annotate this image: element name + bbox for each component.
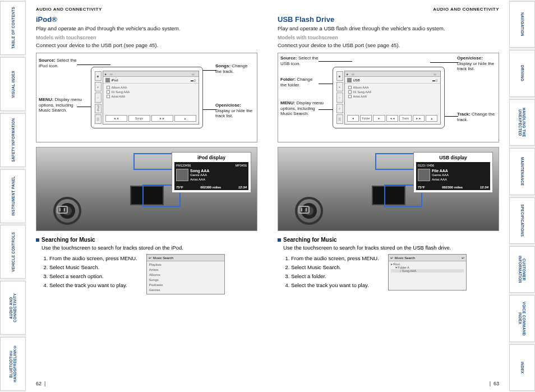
album-art-icon bbox=[176, 169, 188, 181]
searching-body: Use the touchscreen to search for tracks… bbox=[36, 245, 257, 251]
section-title-usb: USB Flash Drive bbox=[278, 15, 499, 24]
intro-text: Play and operate an iPod through the veh… bbox=[36, 25, 257, 31]
track-button[interactable]: Track bbox=[399, 115, 411, 122]
subhead-models: Models with touchscreen bbox=[278, 35, 499, 40]
step: Select the track you want to play. bbox=[49, 281, 137, 290]
openclose-button[interactable]: ▲ bbox=[174, 115, 196, 122]
callout-openclose: Open/close: Display or hide the track li… bbox=[457, 56, 496, 72]
side-btn[interactable]: + bbox=[95, 82, 102, 91]
callout-songs: Songs: Change the track. bbox=[215, 63, 255, 74]
callout-diagram-usb: Source: Select the USB icon. Folder: Cha… bbox=[278, 53, 499, 142]
music-search-screenshot: ↩Music Search Playlists Artists Albums S… bbox=[146, 254, 225, 294]
usb-icon bbox=[347, 78, 352, 82]
touchscreen-mock: ■ + − iPod ☰ ■▭▭ iPod▬ ▯ Album AAA 01 So… bbox=[91, 67, 203, 128]
honda-logo-icon bbox=[57, 206, 68, 214]
tab-specifications[interactable]: SPECIFICATIONS bbox=[509, 197, 535, 244]
side-btn[interactable]: + bbox=[336, 82, 343, 91]
source-label: iPod bbox=[112, 79, 118, 82]
page-spread: AUDIO AND CONNECTIVITY iPod® Play and op… bbox=[26, 0, 509, 392]
tab-handling[interactable]: HANDLING THE UNEXPECTED bbox=[509, 99, 535, 146]
tab-navigation[interactable]: NAVIGATION bbox=[509, 1, 535, 48]
folder-next-button[interactable]: ► bbox=[373, 115, 385, 122]
tab-toc[interactable]: TABLE OF CONTENTS bbox=[0, 1, 26, 55]
songs-button[interactable]: Songs bbox=[128, 115, 150, 122]
tab-bluetooth[interactable]: BLUETOOTH® HANDSFREELINK® bbox=[0, 337, 26, 391]
closeup-title: iPod display bbox=[174, 155, 248, 160]
now-playing-title: Song AAA bbox=[190, 168, 209, 173]
tab-safety[interactable]: SAFETY INFORMATION bbox=[0, 113, 26, 167]
side-btn[interactable]: − bbox=[95, 93, 102, 102]
screen-sidebar: ■ + − ♪ ☰ bbox=[336, 71, 343, 124]
closeup-title: USB display bbox=[416, 155, 490, 160]
step: From the audio screen, press MENU. bbox=[291, 254, 379, 263]
subsection-searching: Searching for Music bbox=[278, 237, 499, 243]
callout-source: Source: Select the USB icon. bbox=[280, 56, 320, 66]
openclose-button[interactable]: ▲ bbox=[426, 115, 437, 122]
tab-driving[interactable]: DRIVING bbox=[509, 50, 535, 96]
step: Select the track you want to play. bbox=[291, 281, 379, 290]
callout-folder: Folder: Change the folder. bbox=[280, 77, 320, 87]
side-btn[interactable]: ■ bbox=[336, 71, 343, 81]
track-list: Album AAA 01 Song AAA Artist AAA bbox=[345, 84, 440, 100]
running-header-left: AUDIO AND CONNECTIVITY bbox=[36, 7, 257, 12]
side-btn[interactable]: − bbox=[336, 93, 343, 102]
left-tab-rail: TABLE OF CONTENTS VISUAL INDEX SAFETY IN… bbox=[0, 0, 26, 392]
tab-visual-index[interactable]: VISUAL INDEX bbox=[0, 57, 26, 111]
tab-instrument[interactable]: INSTRUMENT PANEL bbox=[0, 169, 26, 223]
next-button[interactable]: ►► bbox=[151, 115, 173, 122]
callout-menu: MENU: Display menu options, including Mu… bbox=[280, 100, 325, 117]
side-btn[interactable]: ♪ bbox=[336, 104, 343, 113]
subhead-models: Models with touchscreen bbox=[36, 35, 257, 40]
side-btn[interactable]: ■ bbox=[95, 71, 102, 81]
step: Select Music Search. bbox=[49, 263, 137, 272]
now-playing-title: File AAA bbox=[432, 168, 449, 173]
screen-sidebar: ■ + − iPod ☰ bbox=[95, 71, 102, 124]
page-number: 62 | bbox=[36, 381, 45, 386]
tab-audio-connectivity[interactable]: AUDIO AND CONNECTIVITY bbox=[0, 281, 26, 335]
step: Select a folder. bbox=[291, 272, 379, 281]
tab-maintenance[interactable]: MAINTENANCE bbox=[509, 148, 535, 195]
callout-source: Source: Select the iPod icon. bbox=[39, 58, 78, 68]
touchscreen-mock: ■ + − ♪ ☰ ■▭▭ USB▬ ▯ Album AAA 01 Song A… bbox=[333, 67, 445, 128]
right-tab-rail: NAVIGATION DRIVING HANDLING THE UNEXPECT… bbox=[509, 0, 535, 392]
dashboard-photo: USB display 0123 / 0456 File AAA Genre A… bbox=[278, 147, 499, 231]
display-closeup: USB display 0123 / 0456 File AAA Genre A… bbox=[413, 152, 493, 193]
subsection-searching: Searching for Music bbox=[36, 237, 257, 243]
section-title-ipod: iPod® bbox=[36, 15, 257, 24]
page-right: AUDIO AND CONNECTIVITY USB Flash Drive P… bbox=[268, 0, 509, 392]
step: Select Music Search. bbox=[291, 263, 379, 272]
track-list: Album AAA 01 Song AAA Artist AAA bbox=[103, 84, 199, 100]
connect-text: Connect your device to the USB port (see… bbox=[36, 42, 257, 48]
side-btn[interactable]: ☰ bbox=[336, 114, 343, 124]
running-header-right: AUDIO AND CONNECTIVITY bbox=[278, 7, 499, 12]
side-btn[interactable]: ☰ bbox=[95, 114, 102, 124]
track-prev-button[interactable]: ◄◄ bbox=[386, 115, 398, 122]
folder-button[interactable]: Folder bbox=[360, 115, 372, 122]
music-search-screenshot: ↩Music Search↩ ▸ Root ▾ Folder A ♪ Song … bbox=[388, 254, 467, 290]
track-next-button[interactable]: ►► bbox=[413, 115, 425, 122]
display-closeup: iPod display FM123456MP3456 Song AAA Gen… bbox=[172, 152, 251, 193]
prev-button[interactable]: ◄◄ bbox=[105, 115, 127, 122]
step: From the audio screen, press MENU. bbox=[49, 254, 137, 263]
tab-vehicle-controls[interactable]: VEHICLE CONTROLS bbox=[0, 225, 26, 279]
callout-diagram-ipod: Source: Select the iPod icon. MENU: Disp… bbox=[36, 53, 257, 142]
step: Select a search option. bbox=[49, 272, 137, 281]
source-label: USB bbox=[353, 79, 360, 82]
ipod-icon bbox=[105, 78, 110, 82]
dashboard-photo: iPod display FM123456MP3456 Song AAA Gen… bbox=[36, 147, 257, 231]
folder-prev-button[interactable]: ◄ bbox=[347, 115, 359, 122]
honda-logo-icon bbox=[298, 206, 310, 214]
album-art-icon bbox=[418, 169, 430, 181]
intro-text: Play and operate a USB flash drive throu… bbox=[278, 25, 499, 31]
steps-list: From the audio screen, press MENU. Selec… bbox=[36, 254, 137, 294]
steps-list: From the audio screen, press MENU. Selec… bbox=[278, 254, 379, 290]
page-number: | 63 bbox=[490, 381, 499, 386]
tab-customer-info[interactable]: CUSTOMER INFORMATION bbox=[509, 246, 535, 293]
searching-body: Use the touchscreen to search for tracks… bbox=[278, 245, 499, 251]
tab-index[interactable]: INDEX bbox=[509, 344, 535, 391]
callout-menu: MENU: Display menu options, including Mu… bbox=[39, 97, 84, 113]
connect-text: Connect your device to the USB port (see… bbox=[278, 42, 499, 48]
page-left: AUDIO AND CONNECTIVITY iPod® Play and op… bbox=[26, 0, 268, 392]
callout-track: Track: Change the track. bbox=[457, 112, 496, 122]
tab-voice-command[interactable]: VOICE COMMAND INDEX bbox=[509, 295, 535, 342]
